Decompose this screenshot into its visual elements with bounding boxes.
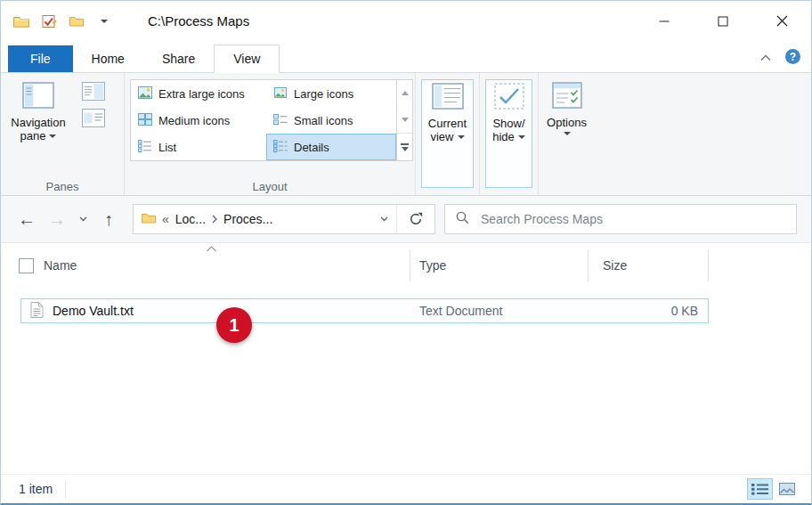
up-button[interactable]: ↑ (93, 204, 124, 234)
ribbon-group-layout: Extra large icons Large icons Medium ico… (124, 73, 415, 195)
breadcrumb-overflow[interactable]: « (162, 212, 169, 226)
text-file-icon (30, 302, 44, 321)
breadcrumb-item[interactable]: Proces... (223, 212, 272, 226)
file-name: Demo Vault.txt (53, 304, 134, 318)
ribbon-collapse-button[interactable] (760, 49, 771, 65)
gallery-item-list[interactable]: List (131, 134, 266, 160)
qat-new-folder-button[interactable] (67, 12, 86, 31)
preview-pane-button[interactable] (82, 82, 105, 101)
gallery-item-small-icons[interactable]: Small icons (266, 107, 396, 134)
dropdown-arrow-icon (49, 134, 56, 138)
help-button[interactable]: ? (785, 49, 800, 64)
breadcrumb-separator-icon (212, 212, 217, 226)
breadcrumb: « Loc... Proces... (134, 205, 371, 233)
file-size: 0 KB (589, 304, 703, 318)
location-folder-icon (142, 212, 156, 226)
address-dropdown-button[interactable] (371, 205, 396, 233)
tab-home[interactable]: Home (73, 45, 143, 72)
minimize-button[interactable] (635, 1, 694, 41)
gallery-scroll-up-button[interactable] (397, 80, 412, 107)
column-headers: Name Type Size (1, 243, 811, 288)
explorer-icon (12, 12, 31, 31)
details-pane-button[interactable] (82, 109, 105, 127)
search-input[interactable] (479, 211, 785, 227)
icons-view-toggle[interactable] (775, 479, 799, 499)
close-button[interactable] (752, 1, 811, 41)
refresh-button[interactable] (396, 205, 434, 233)
ribbon-group-current-view: Current view (415, 73, 479, 195)
gallery-item-large-icons[interactable]: Large icons (266, 80, 396, 107)
window-controls (635, 1, 811, 41)
details-view-icon (273, 140, 288, 155)
qat-customize-button[interactable] (94, 12, 114, 31)
search-icon (456, 211, 469, 228)
list-view-icon (138, 140, 152, 155)
ribbon-group-options: Options (538, 73, 595, 195)
select-all-checkbox[interactable] (19, 258, 34, 273)
options-button[interactable]: Options (544, 79, 589, 135)
gallery-scrollbar (396, 80, 412, 160)
show-hide-button[interactable]: Show/ hide (485, 79, 532, 188)
small-icons-icon (273, 113, 288, 128)
gallery-more-button[interactable] (397, 133, 412, 160)
ribbon-tabs: File Home Share View ? (1, 41, 811, 73)
tab-share[interactable]: Share (143, 45, 214, 72)
quick-access-toolbar (1, 12, 114, 31)
tab-file[interactable]: File (8, 45, 73, 72)
extra-large-icons-icon (138, 86, 152, 102)
qat-properties-button[interactable] (39, 12, 59, 31)
tab-view[interactable]: View (214, 45, 280, 73)
details-view-toggle[interactable] (748, 479, 772, 499)
column-header-name[interactable]: Name (42, 249, 410, 281)
medium-icons-icon (138, 113, 152, 128)
recent-locations-button[interactable] (72, 204, 93, 234)
ribbon-view-tab-content: Navigation pane Panes Extra large icons (1, 73, 811, 196)
forward-button[interactable]: → (42, 204, 72, 234)
column-header-type[interactable]: Type (410, 249, 589, 281)
maximize-button[interactable] (694, 1, 752, 41)
title-bar: C:\Process Maps (1, 1, 811, 41)
file-rows: Demo Vault.txt Text Document 0 KB 1 (1, 288, 811, 474)
gallery-item-details[interactable]: Details (266, 134, 396, 160)
gallery-scroll-down-button[interactable] (397, 107, 412, 134)
panes-group-label: Panes (1, 180, 124, 193)
current-view-icon (432, 83, 464, 112)
file-type: Text Document (411, 304, 589, 318)
annotation-badge-1: 1 (216, 307, 252, 343)
ribbon-group-panes: Navigation pane Panes (1, 73, 124, 195)
search-box (444, 204, 797, 234)
column-header-size[interactable]: Size (589, 249, 709, 281)
file-row[interactable]: Demo Vault.txt Text Document 0 KB (20, 298, 709, 323)
dropdown-arrow-icon (458, 135, 465, 139)
status-bar: 1 item (1, 474, 811, 503)
dropdown-arrow-icon (564, 132, 571, 135)
breadcrumb-item[interactable]: Loc... (175, 212, 206, 226)
back-button[interactable]: ← (12, 204, 42, 234)
dropdown-arrow-icon (518, 135, 525, 139)
window-title: C:\Process Maps (148, 13, 249, 29)
options-icon (552, 82, 582, 111)
large-icons-icon (273, 86, 288, 102)
layout-group-label: Layout (125, 180, 415, 193)
gallery-item-extra-large-icons[interactable]: Extra large icons (131, 80, 266, 107)
layout-gallery: Extra large icons Large icons Medium ico… (130, 79, 413, 161)
gallery-item-medium-icons[interactable]: Medium icons (131, 107, 266, 134)
show-hide-icon (494, 83, 524, 112)
navigation-pane-button[interactable]: Navigation pane (4, 79, 73, 143)
sort-ascending-icon (206, 240, 217, 255)
address-bar[interactable]: « Loc... Proces... (133, 204, 435, 234)
current-view-button[interactable]: Current view (421, 79, 474, 188)
file-explorer-window: C:\Process Maps File Home Share View ? (0, 0, 812, 505)
navigation-pane-icon (22, 82, 54, 111)
file-list-pane: Name Type Size Demo Vault.txt Text Docum… (1, 243, 811, 474)
navigation-bar: ← → ↑ « Loc... Proces... (1, 196, 811, 243)
item-count: 1 item (13, 480, 66, 498)
ribbon-group-show-hide: Show/ hide (479, 73, 538, 195)
